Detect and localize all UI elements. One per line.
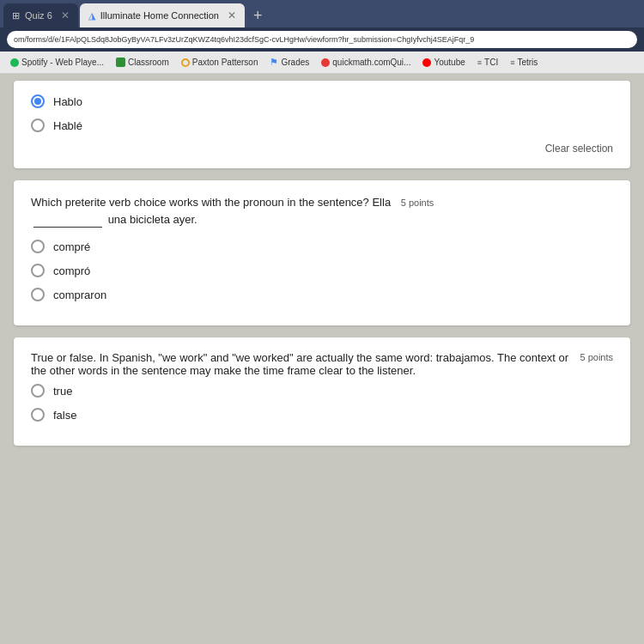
browser-chrome: ⊞ Quiz 6 ✕ ◮ Illuminate Home Connection … <box>0 0 644 74</box>
question-2-text-after: una bicicleta ayer. <box>108 213 197 226</box>
radio-hable[interactable] <box>31 118 45 132</box>
question-2-text-before: Which preterite verb choice works with t… <box>31 196 391 209</box>
radio-compre[interactable] <box>31 240 45 253</box>
option-hable[interactable]: Hablé <box>31 118 613 132</box>
address-input[interactable]: om/forms/d/e/1FAlpQLSdq8JobGyByVA7LFv3zU… <box>7 31 637 48</box>
option-true-label: true <box>53 385 72 398</box>
question-3-points: 5 points <box>580 351 613 362</box>
tab-bar: ⊞ Quiz 6 ✕ ◮ Illuminate Home Connection … <box>0 0 644 27</box>
bookmark-spotify[interactable]: Spotify - Web Playe... <box>5 56 109 69</box>
option-compre-label: compré <box>53 240 90 253</box>
address-bar: om/forms/d/e/1FAlpQLSdq8JobGyByVA7LFv3zU… <box>0 27 644 52</box>
youtube-icon <box>422 58 431 67</box>
question-card-3: True or false. In Spanish, "we work" and… <box>14 337 630 446</box>
option-hable-label: Hablé <box>53 119 82 132</box>
option-false-label: false <box>53 409 76 422</box>
bookmark-classroom-label: Classroom <box>128 58 169 67</box>
bookmark-tci-label: TCI <box>484 58 498 67</box>
quickmath-icon <box>321 58 330 67</box>
tab-quiz6[interactable]: ⊞ Quiz 6 ✕ <box>3 3 78 27</box>
bookmark-spotify-label: Spotify - Web Playe... <box>21 58 104 67</box>
bookmark-classroom[interactable]: Classroom <box>111 56 174 69</box>
question-3-header: True or false. In Spanish, "we work" and… <box>31 351 613 377</box>
radio-hablo[interactable] <box>31 94 45 108</box>
spotify-icon <box>10 58 19 67</box>
option-false[interactable]: false <box>31 408 613 422</box>
option-compro[interactable]: compró <box>31 264 613 277</box>
option-hablo[interactable]: Hablo <box>31 94 613 108</box>
address-text: om/forms/d/e/1FAlpQLSdq8JobGyByVA7LFv3zU… <box>14 35 474 44</box>
tab-illuminate-icon: ◮ <box>88 10 95 21</box>
option-true[interactable]: true <box>31 384 613 398</box>
classroom-icon <box>116 58 125 67</box>
option-compro-label: compró <box>53 264 90 277</box>
option-hablo-label: Hablo <box>53 95 82 108</box>
radio-false[interactable] <box>31 408 45 422</box>
tab-quiz6-label: Quiz 6 <box>25 10 52 21</box>
radio-compro[interactable] <box>31 264 45 277</box>
question-2-body: Which preterite verb choice works with t… <box>31 194 613 228</box>
bookmark-tci[interactable]: ≡ TCI <box>472 56 503 69</box>
radio-true[interactable] <box>31 384 45 398</box>
clear-selection-button[interactable]: Clear selection <box>31 143 613 155</box>
bookmark-youtube[interactable]: Youtube <box>417 56 470 69</box>
bookmark-grades[interactable]: ⚑ Grades <box>264 55 314 70</box>
grades-icon: ⚑ <box>270 57 278 68</box>
tab-quiz6-close[interactable]: ✕ <box>61 9 70 21</box>
question-card-1: Hablo Hablé Clear selection <box>14 81 630 168</box>
bookmark-tetris[interactable]: ≡ Tetris <box>505 56 543 69</box>
bookmarks-bar: Spotify - Web Playe... Classroom Paxton … <box>0 52 644 74</box>
question-2-points: 5 points <box>401 197 434 208</box>
question-2-blank <box>33 227 102 228</box>
bookmark-youtube-label: Youtube <box>434 58 465 67</box>
tab-illuminate-label: Illuminate Home Connection <box>100 10 219 21</box>
option-compraron[interactable]: compraron <box>31 288 613 301</box>
tab-illuminate[interactable]: ◮ Illuminate Home Connection ✕ <box>80 3 245 27</box>
bookmark-paxton-label: Paxton Patterson <box>192 58 258 67</box>
question-3-text: True or false. In Spanish, "we work" and… <box>31 351 573 377</box>
option-compre[interactable]: compré <box>31 240 613 253</box>
tab-grid-icon: ⊞ <box>12 10 20 21</box>
bookmark-tetris-label: Tetris <box>517 58 538 67</box>
bookmark-grades-label: Grades <box>281 58 309 67</box>
tci-icon: ≡ <box>477 58 482 67</box>
question-card-2: Which preterite verb choice works with t… <box>14 180 630 325</box>
bookmark-quickmath-label: quickmath.comQui... <box>332 58 410 67</box>
paxton-icon <box>181 58 190 67</box>
bookmark-paxton[interactable]: Paxton Patterson <box>176 56 264 69</box>
option-compraron-label: compraron <box>53 289 106 301</box>
tetris-icon: ≡ <box>510 58 514 67</box>
tab-illuminate-close[interactable]: ✕ <box>228 9 236 21</box>
new-tab-button[interactable]: + <box>246 7 270 25</box>
main-content: Hablo Hablé Clear selection Which preter… <box>0 74 644 644</box>
bookmark-quickmath[interactable]: quickmath.comQui... <box>316 56 416 69</box>
radio-compraron[interactable] <box>31 288 45 301</box>
